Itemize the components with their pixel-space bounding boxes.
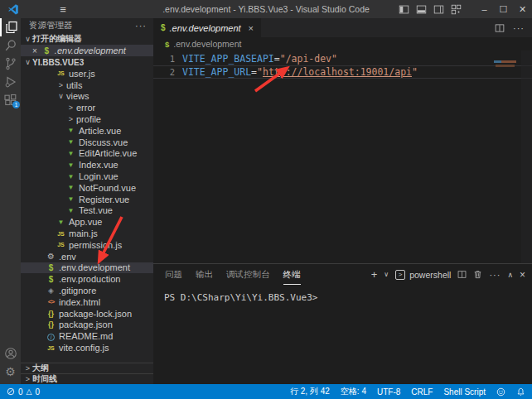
code-line-2[interactable]: 2VITE_APP_URL="http://localhost:19001/ap… — [153, 65, 532, 79]
panel-tab-问题[interactable]: 问题 — [165, 265, 182, 285]
code-line-1[interactable]: 1VITE_APP_BASEAPI="/api-dev" — [153, 52, 532, 65]
status-item[interactable]: CRLF — [411, 387, 433, 397]
status-item[interactable]: 空格: 4 — [341, 386, 366, 397]
sidebar-more-actions-icon[interactable]: ··· — [135, 21, 147, 31]
maximize-button[interactable]: ☐ — [494, 0, 513, 18]
tree-item-vite.config.js[interactable]: JSvite.config.js — [21, 342, 153, 353]
tree-item-NotFound.vue[interactable]: ▼NotFound.vue — [21, 182, 153, 194]
tree-item-label: Login.vue — [79, 171, 118, 181]
url-link[interactable]: http://localhost:19001/api — [263, 66, 412, 78]
js-file-icon: JS — [46, 345, 56, 351]
tree-item-error[interactable]: >error — [21, 102, 153, 113]
tree-item-README.md[interactable]: iREADME.md — [21, 330, 153, 342]
settings-gear-icon[interactable]: ⚙ — [0, 363, 21, 381]
panel-tab-终端[interactable]: 终端 — [283, 265, 301, 285]
tree-item-.env.production[interactable]: $.env.production — [21, 273, 153, 285]
maximize-panel-icon[interactable]: ∧ — [507, 271, 513, 279]
tree-item-label: package.json — [59, 320, 113, 329]
tree-item-user.js[interactable]: JSuser.js — [21, 68, 153, 79]
tree-item-label: .env.development — [59, 262, 130, 272]
tab-env-development[interactable]: $ .env.development × — [153, 18, 261, 37]
notifications-bell-icon[interactable] — [516, 387, 525, 397]
project-folder-header[interactable]: ∨ YI.BBS.VUE3 — [21, 56, 153, 68]
explorer-icon[interactable] — [0, 18, 21, 36]
kill-terminal-trash-icon[interactable] — [473, 270, 482, 279]
tree-item-Index.vue[interactable]: ▼Index.vue — [21, 159, 153, 171]
title-bar: ≡ .env.development - Yi.BBS.Vue3 - Visua… — [0, 0, 532, 18]
terminal-dropdown-icon[interactable]: ∨ — [384, 271, 389, 278]
status-item[interactable]: Shell Script — [443, 387, 486, 397]
gear-file-icon: ⚙ — [46, 252, 56, 261]
tree-item-package-lock.json[interactable]: {}package-lock.json — [21, 308, 153, 320]
code-token: = — [251, 66, 257, 78]
panel-tab-输出[interactable]: 输出 — [196, 265, 213, 285]
errors-icon[interactable] — [7, 387, 15, 397]
tree-item-Login.vue[interactable]: ▼Login.vue — [21, 171, 153, 182]
terminal[interactable]: PS D:\CSharp\Yi\Yi.BBS.Vue3> — [153, 285, 532, 384]
tree-item-EditArticle.vue[interactable]: ▼EditArticle.vue — [21, 148, 153, 160]
tree-item-Article.vue[interactable]: ▼Article.vue — [21, 125, 153, 137]
run-and-debug-icon[interactable] — [0, 73, 21, 91]
tree-item-utils[interactable]: >utils — [21, 79, 153, 91]
tree-item-.env[interactable]: ⚙.env — [21, 251, 153, 262]
js-file-icon: JS — [56, 231, 66, 237]
tree-item-permission.js[interactable]: JSpermission.js — [21, 239, 153, 251]
tree-item-label: .env.production — [59, 274, 120, 284]
editor-more-actions-icon[interactable]: ··· — [513, 23, 525, 33]
new-terminal-icon[interactable]: + — [371, 268, 378, 281]
open-editors-header[interactable]: ∨ 打开的编辑器 — [21, 33, 153, 45]
toggle-sidebar-icon[interactable] — [395, 0, 413, 18]
tree-item-label: package-lock.json — [59, 309, 132, 319]
code-token: VITE_APP_BASEAPI — [182, 53, 274, 65]
tree-item-profile[interactable]: >profile — [21, 113, 153, 125]
warnings-icon[interactable]: △ — [27, 387, 32, 396]
close-icon[interactable]: × — [32, 46, 37, 55]
tree-item-label: user.js — [69, 69, 95, 79]
account-icon[interactable] — [0, 344, 21, 363]
tree-item-Test.vue[interactable]: ▼Test.vue — [21, 205, 153, 217]
chevron-right-icon: > — [23, 364, 32, 373]
timeline-section-header[interactable]: > 时间线 — [21, 373, 153, 384]
customize-layout-icon[interactable] — [447, 0, 465, 18]
split-editor-icon[interactable] — [495, 23, 505, 33]
tab-close-icon[interactable]: × — [249, 23, 254, 33]
code-editor[interactable]: 1VITE_APP_BASEAPI="/api-dev"2VITE_APP_UR… — [153, 50, 532, 263]
braces-file-icon: {} — [46, 320, 56, 329]
split-terminal-icon[interactable] — [457, 270, 467, 279]
menu-hamburger-icon[interactable]: ≡ — [55, 3, 71, 16]
toggle-panel-icon[interactable] — [413, 0, 430, 18]
outline-section-header[interactable]: > 大纲 — [21, 363, 153, 373]
tree-item-App.vue[interactable]: ▼App.vue — [21, 216, 153, 228]
breadcrumb[interactable]: $ .env.development — [153, 37, 532, 50]
extensions-icon[interactable]: 1 — [0, 91, 21, 109]
code-token: " — [257, 66, 263, 78]
vue-file-icon: ▼ — [56, 219, 66, 226]
open-editor-item-env-development[interactable]: × $ .env.development — [21, 45, 153, 56]
panel-more-actions-icon[interactable]: ··· — [489, 270, 501, 280]
tree-item-index.html[interactable]: <>index.html — [21, 296, 153, 308]
panel-tab-调试控制台[interactable]: 调试控制台 — [226, 265, 270, 285]
close-panel-icon[interactable]: × — [520, 269, 525, 281]
tree-item-label: Index.vue — [79, 160, 118, 170]
tree-item-main.js[interactable]: JSmain.js — [21, 228, 153, 239]
code-token: VITE_APP_URL — [182, 66, 251, 78]
status-item[interactable]: 行 2, 列 42 — [290, 386, 330, 397]
errors-count[interactable]: 0 — [18, 387, 23, 397]
feedback-smiley-icon[interactable] — [496, 387, 505, 397]
close-button[interactable]: ✕ — [513, 0, 532, 18]
vue-file-icon: ▼ — [65, 184, 76, 191]
warnings-count[interactable]: 0 — [35, 387, 40, 397]
source-control-icon[interactable] — [0, 55, 21, 73]
shell-label[interactable]: powershell — [409, 270, 451, 280]
minimize-button[interactable]: – — [475, 0, 494, 18]
tree-item-Discuss.vue[interactable]: ▼Discuss.vue — [21, 137, 153, 148]
vscode-window: ≡ .env.development - Yi.BBS.Vue3 - Visua… — [0, 0, 532, 399]
toggle-secondary-sidebar-icon[interactable] — [430, 0, 447, 18]
status-item[interactable]: UTF-8 — [377, 387, 400, 397]
tree-item-.env.development[interactable]: $.env.development — [21, 262, 153, 274]
tree-item-.gitignore[interactable]: ◈.gitignore — [21, 285, 153, 296]
tree-item-views[interactable]: ∨views — [21, 91, 153, 103]
tree-item-Register.vue[interactable]: ▼Register.vue — [21, 194, 153, 205]
tree-item-package.json[interactable]: {}package.json — [21, 320, 153, 331]
search-icon[interactable] — [0, 36, 21, 55]
